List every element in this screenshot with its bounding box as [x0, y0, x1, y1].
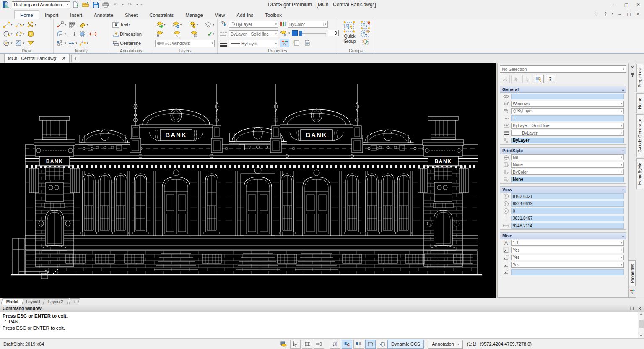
- drawing-canvas[interactable]: BANK BANK BANK BANK: [0, 63, 496, 298]
- layer-state-button[interactable]: ▾: [155, 21, 166, 29]
- annotation-list-button[interactable]: [291, 39, 301, 47]
- move-tool-button[interactable]: ▾: [56, 21, 67, 29]
- new-layer-button[interactable]: ▾: [171, 21, 183, 29]
- transparency-field[interactable]: ByLayer: [511, 138, 624, 143]
- annotation-doc-button[interactable]: [303, 39, 312, 47]
- bycolor-combo[interactable]: ByColor▾: [288, 21, 328, 28]
- point-tool-button[interactable]: ▾: [26, 21, 37, 29]
- ccs-name-field[interactable]: [511, 269, 624, 275]
- edit-group-button[interactable]: [361, 29, 371, 38]
- tab-addins[interactable]: Add-Ins: [231, 10, 260, 19]
- quick-input-toggle[interactable]: [377, 340, 387, 349]
- view-height-field[interactable]: 3631.8497: [511, 216, 624, 221]
- document-tab[interactable]: MCh - Central Bank.dwg* ✕: [4, 54, 70, 63]
- etrack-toggle[interactable]: E: [353, 340, 364, 349]
- layers-manager-button[interactable]: ▾: [204, 21, 215, 29]
- ccs-all-field[interactable]: Yes▾: [511, 262, 624, 268]
- add-sheet-button[interactable]: +: [69, 298, 80, 305]
- section-header-view[interactable]: View▴: [500, 187, 626, 193]
- restore-button[interactable]: ▢: [621, 0, 632, 9]
- linetype-field[interactable]: ByLayerSolid line▾: [511, 123, 624, 129]
- palette-close-icon[interactable]: ✕: [631, 65, 634, 70]
- annotation-scale-field[interactable]: 1:1▾: [511, 240, 624, 246]
- selection-filter-combo[interactable]: No Selection ▾: [500, 65, 626, 73]
- transparency-slider[interactable]: [299, 33, 326, 34]
- tab-annotate[interactable]: Annotate: [88, 10, 119, 19]
- close-document-icon[interactable]: ✕: [62, 56, 65, 61]
- command-scrollbar[interactable]: ▲ ▼: [638, 312, 644, 338]
- polar-toggle[interactable]: [330, 340, 340, 349]
- tab-sheet[interactable]: Sheet: [119, 10, 143, 19]
- mirror-tool-button[interactable]: ▾: [78, 39, 89, 48]
- undo-button[interactable]: ↶: [111, 0, 121, 9]
- dynamic-ccs-button[interactable]: Dynamic CCS: [387, 340, 424, 349]
- layer-sheet-button[interactable]: [190, 30, 199, 39]
- rich-line-icon[interactable]: [280, 21, 286, 27]
- new-document-tab-button[interactable]: +: [71, 55, 80, 62]
- new-file-button[interactable]: [70, 0, 80, 9]
- ccs-origin-field[interactable]: Yes▾: [511, 255, 624, 260]
- deselect-button[interactable]: [522, 75, 532, 83]
- help-button[interactable]: ?: [601, 10, 610, 18]
- grid-toggle[interactable]: [302, 340, 312, 349]
- scroll-down-icon[interactable]: ▼: [640, 334, 643, 337]
- snap-toggle[interactable]: [290, 340, 301, 349]
- property-painter-icon[interactable]: [220, 21, 227, 27]
- transparency-layer-icon[interactable]: [280, 30, 287, 36]
- centerline-tool-button[interactable]: Centerline: [112, 39, 142, 48]
- open-file-button[interactable]: [80, 0, 91, 9]
- minimize-button[interactable]: –: [609, 0, 621, 9]
- feedback-heart-icon[interactable]: ♡: [592, 10, 600, 18]
- printstyle-bycolor-field[interactable]: ByColor▾: [511, 169, 624, 175]
- line-color-combo[interactable]: ByLayer▾: [229, 21, 278, 28]
- revision-cloud-tool-button[interactable]: [26, 39, 35, 48]
- scale-tool-button[interactable]: [78, 30, 87, 39]
- transparency-value-field[interactable]: 0: [328, 30, 339, 36]
- select-matching-button[interactable]: [500, 75, 510, 83]
- redo-dropdown[interactable]: ▾: [135, 3, 139, 6]
- tab-layout2[interactable]: Layout2: [43, 298, 69, 305]
- rail-tab-home[interactable]: Home: [636, 93, 644, 114]
- redo-button[interactable]: ↷: [125, 0, 135, 9]
- group-manager-button[interactable]: [361, 38, 371, 46]
- annotation-scale-toggle[interactable]: A: [280, 39, 289, 47]
- draw-order-button[interactable]: [278, 340, 289, 349]
- help-dropdown[interactable]: ▾: [610, 10, 615, 18]
- tab-home[interactable]: Home: [14, 10, 39, 19]
- hatch-tool-button[interactable]: ▾: [14, 39, 26, 48]
- explode-tool-button[interactable]: ▾: [56, 39, 67, 48]
- ortho-toggle[interactable]: [314, 340, 324, 349]
- printstyle-field[interactable]: No▾: [511, 154, 624, 160]
- tab-constraints[interactable]: Constraints: [143, 10, 179, 19]
- linetype-scale-field[interactable]: 1: [511, 115, 624, 121]
- scroll-thumb[interactable]: [639, 320, 644, 328]
- lineweight-field[interactable]: ByLayer▾: [511, 130, 624, 136]
- layer-settings-button[interactable]: [155, 30, 164, 39]
- undo-dropdown[interactable]: ▾: [121, 3, 125, 6]
- erase-tool-button[interactable]: ▾: [78, 21, 89, 29]
- float-panel-icon[interactable]: ❐: [630, 306, 634, 311]
- ccs-symbol-field[interactable]: Yes▾: [511, 247, 624, 253]
- tab-layout1[interactable]: Layout1: [21, 298, 46, 305]
- polygon-tool-button[interactable]: [26, 30, 35, 39]
- bottom-properties-tab[interactable]: Properties: [629, 260, 636, 286]
- command-history[interactable]: Press ESC or ENTER to exit. : '_PAN Pres…: [0, 312, 638, 338]
- section-header-printstyle[interactable]: PrintStyle▴: [500, 148, 626, 154]
- child-restore-button[interactable]: ▢: [625, 10, 633, 18]
- palette-pin-icon[interactable]: [631, 72, 634, 77]
- hyperlink-field[interactable]: [511, 94, 624, 99]
- dimension-tool-button[interactable]: Dimension: [112, 30, 143, 39]
- tab-model[interactable]: Model: [1, 298, 24, 305]
- rail-tab-homebyme[interactable]: HomeByMe: [636, 158, 644, 189]
- layer-combo[interactable]: Windows ▾: [155, 40, 215, 47]
- scroll-up-icon[interactable]: ▲: [640, 312, 643, 315]
- panel-help-button[interactable]: ?: [545, 75, 555, 83]
- printstyle-table-field[interactable]: None▾: [511, 162, 624, 168]
- save-button[interactable]: [91, 0, 101, 9]
- child-close-button[interactable]: ✕: [634, 10, 642, 18]
- ellipse-tool-button[interactable]: ▾: [14, 30, 26, 39]
- tab-manage[interactable]: Manage: [179, 10, 209, 19]
- quick-select-button[interactable]: [534, 75, 544, 83]
- rail-tab-properties[interactable]: Properties: [636, 64, 644, 92]
- tab-view[interactable]: View: [209, 10, 231, 19]
